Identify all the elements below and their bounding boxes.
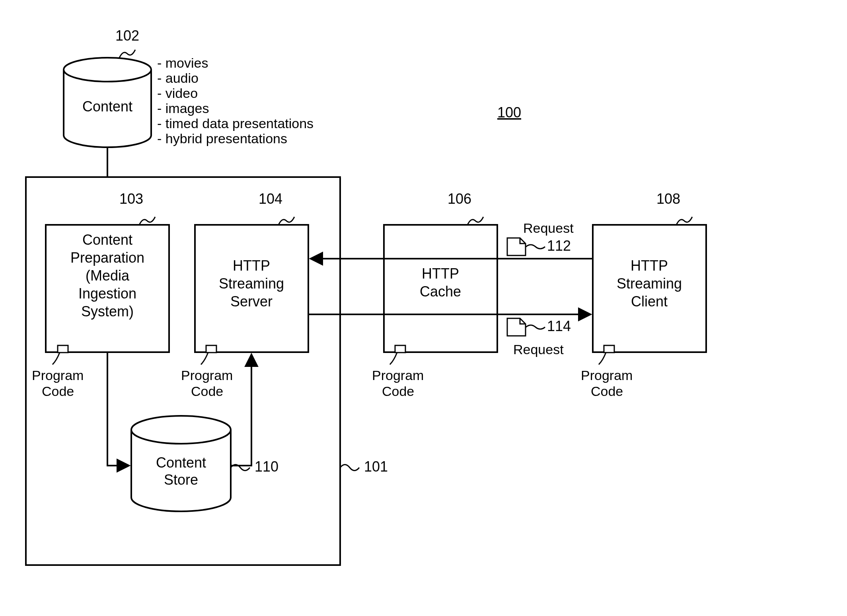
content-db: Content 102 - movies - audio - video - i… <box>64 27 313 147</box>
svg-text:Code: Code <box>191 384 223 399</box>
streaming-server-ref: 104 <box>259 191 282 207</box>
svg-text:Program: Program <box>32 368 84 383</box>
svg-text:HTTP: HTTP <box>422 265 459 282</box>
svg-text:Code: Code <box>382 384 414 399</box>
http-cache-ref: 106 <box>448 191 471 207</box>
svg-text:Preparation: Preparation <box>70 250 144 266</box>
content-type-2: - video <box>157 86 198 101</box>
svg-text:Program: Program <box>181 368 233 383</box>
content-type-4: - timed data presentations <box>157 116 313 131</box>
svg-text:(Media: (Media <box>86 267 130 284</box>
svg-point-0 <box>64 58 151 82</box>
svg-text:Code: Code <box>42 384 74 399</box>
content-type-1: - audio <box>157 70 199 86</box>
request-114: 114 Request <box>507 318 571 357</box>
http-cache-box: HTTP Cache Program Code 106 <box>372 191 497 399</box>
content-prep-ref: 103 <box>119 191 143 207</box>
diagram-root: 100 Content 102 - movies - audio - video… <box>0 0 847 616</box>
svg-text:Cache: Cache <box>420 283 461 300</box>
content-label: Content <box>82 98 132 115</box>
svg-text:HTTP: HTTP <box>631 257 668 274</box>
request-112: Request 112 <box>507 220 574 255</box>
svg-text:Ingestion: Ingestion <box>78 285 136 302</box>
document-icon <box>507 238 526 255</box>
server-group-ref: 101 <box>364 458 388 475</box>
content-type-3: - images <box>157 101 209 116</box>
svg-rect-24 <box>395 345 405 353</box>
svg-text:HTTP: HTTP <box>233 257 270 274</box>
svg-text:114: 114 <box>547 318 571 334</box>
content-store-ref: 110 <box>255 458 278 475</box>
svg-rect-31 <box>604 345 614 353</box>
http-client-ref: 108 <box>656 191 680 207</box>
svg-text:Streaming: Streaming <box>617 275 682 292</box>
svg-text:Client: Client <box>631 293 668 310</box>
content-type-0: - movies <box>157 55 208 70</box>
svg-text:Request: Request <box>513 342 564 357</box>
svg-text:Program: Program <box>581 368 633 383</box>
svg-text:Store: Store <box>164 472 198 488</box>
svg-rect-8 <box>58 345 68 353</box>
http-client-box: HTTP Streaming Client Program Code 108 <box>581 191 706 399</box>
svg-rect-15 <box>206 345 216 353</box>
svg-text:Content: Content <box>82 232 132 248</box>
svg-text:Streaming: Streaming <box>219 275 284 292</box>
content-type-5: - hybrid presentations <box>157 131 287 146</box>
svg-text:System): System) <box>81 303 134 320</box>
figure-ref: 100 <box>497 104 521 121</box>
svg-text:Server: Server <box>230 293 273 310</box>
document-icon <box>507 318 526 336</box>
svg-text:Program: Program <box>372 368 424 383</box>
svg-text:Content: Content <box>156 454 206 471</box>
svg-text:Request: Request <box>523 220 574 236</box>
content-ref: 102 <box>115 27 139 44</box>
svg-text:112: 112 <box>547 238 571 254</box>
svg-text:Code: Code <box>591 384 623 399</box>
